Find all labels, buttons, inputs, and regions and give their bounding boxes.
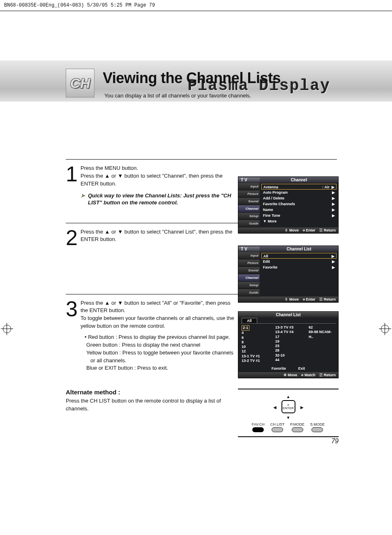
favch-button-icon (252, 427, 264, 432)
osd3-c1-3: 8 (242, 340, 268, 345)
page-sub: You can display a list of all channels o… (104, 93, 251, 99)
osd2-title: Channel List (260, 247, 338, 251)
step-num-3: 3 (66, 299, 77, 373)
step3-line2: To toggle between your favorite channels… (81, 315, 234, 330)
osd2-return: Return (319, 297, 336, 301)
osd1-r5-a: ▶ (332, 213, 335, 218)
osd3-c1-6: 13-1 TV #1 (242, 354, 268, 359)
up-arrow-icon: ▲ (286, 394, 291, 399)
smode-label: S.MODE (310, 422, 325, 426)
alternate-heading: Alternate method : (66, 389, 392, 396)
step3-b2: Green button : Press to display the next… (85, 341, 234, 349)
print-mark: BN68-00835E-00Eng_(064~083) 5/30/05 5:25… (0, 0, 392, 11)
osd3-c3-0: 62 (309, 325, 335, 330)
osd2-side-0: Input (238, 252, 260, 259)
osd3-c2-5: 28 (275, 348, 302, 353)
osd1-side-1: Picture (238, 190, 260, 198)
osd3-c2-1: 13-4 TV #4 (275, 330, 302, 334)
osd2-r1: Edit (263, 259, 270, 264)
osd3-exit-label: Exit (298, 366, 305, 371)
osd1-r4-a: ▶ (332, 207, 335, 213)
step3-b4: Blue or EXIT button : Press to exit. (85, 364, 234, 372)
favch-label: FAV.CH (252, 422, 265, 426)
osd1-r1-a: ▶ (332, 190, 335, 195)
dpad-icon: ▲ ▼ ◀ ▶ ⎆ ENTER (270, 394, 307, 420)
smode-button-icon (311, 427, 323, 432)
osd1-r1: Auto Program (263, 190, 288, 195)
osd3-return: Return (319, 373, 336, 377)
pmode-button-icon (292, 427, 303, 432)
pmode-label: P.MODE (290, 422, 304, 426)
osd-channel-list-menu: T V Channel List Input Picture Sound Cha… (238, 245, 339, 303)
osd1-r0-r: : Air (322, 185, 330, 189)
step-num-2: 2 (66, 228, 77, 278)
osd2-side-4: Setup (238, 282, 260, 289)
osd3-c1-1: 4 (242, 331, 268, 335)
osd1-r4: Name (263, 207, 273, 213)
osd2-r0: All (263, 253, 268, 258)
osd2-side-1: Picture (238, 259, 260, 267)
osd3-c2-0: 13-3 TV #3 (275, 325, 302, 330)
osd2-r2: Favorite (263, 264, 277, 270)
osd2-r0-a: ▶ (332, 253, 334, 258)
osd3-title: Channel List (238, 312, 338, 318)
chlist-button-icon (272, 427, 283, 432)
step3-b1: • Red button : Press to display the prev… (85, 334, 234, 341)
step2-line1: Press the ▲ or ▼ button to select "Chann… (81, 228, 234, 244)
right-arrow-icon: ▶ (300, 405, 304, 410)
ch-badge: CH (66, 69, 95, 97)
osd3-c1-2: 6 (242, 336, 268, 340)
osd2-side-3: Channel (238, 274, 260, 282)
osd2-r2-a: ▶ (332, 264, 335, 270)
osd3-c1-5: 12 (242, 349, 268, 354)
osd3-c2-7: 44 (275, 358, 302, 362)
osd-channel-menu: T V Channel Input Picture Sound Channel … (238, 176, 339, 234)
osd3-c1-0: 2-1 (242, 325, 249, 331)
osd1-side-4: Setup (238, 213, 260, 220)
osd1-r3-a: ▶ (332, 201, 335, 207)
osd3-move: Move (284, 373, 297, 377)
step-num-1: 1 (66, 164, 77, 206)
osd3-c2-3: 19 (275, 339, 302, 344)
osd3-c1-4: 10 (242, 345, 268, 349)
down-arrow-icon: ▼ (286, 415, 291, 420)
osd1-r2-a: ▶ (332, 195, 335, 201)
osd1-side-2: Sound (238, 198, 260, 205)
osd2-enter: Enter (303, 297, 316, 301)
osd1-move: Move (285, 228, 299, 232)
step1-tip: Quick way to view the Channel Lists: Jus… (81, 192, 234, 206)
cropmark-icon (379, 323, 391, 335)
enter-label: ENTER (282, 407, 295, 410)
page-title: Viewing the Channel Lists (103, 69, 281, 87)
osd1-r2: Add / Delete (263, 195, 284, 201)
left-arrow-icon: ◀ (273, 405, 277, 410)
osd3-fav-label: Favorite (272, 366, 286, 371)
osd1-r6: ▼ More (263, 218, 277, 224)
remote-diagram-1: ▲ ▼ ◀ ▶ ⎆ ENTER FAV.CH CH LIST P.MODE S.… (238, 389, 339, 437)
osd3-watch: Watch (301, 373, 315, 377)
osd1-r0-l: Antenna (263, 184, 278, 189)
osd2-tv-label: T V (238, 247, 260, 251)
osd3-c2-2: 17 (275, 335, 302, 339)
osd1-r3: Favorite Channels (263, 201, 295, 207)
osd2-side-5: Guide (238, 289, 260, 296)
osd3-c1-7: 13-2 TV #1 (242, 359, 268, 363)
step3-line1: Press the ▲ or ▼ button to select "All" … (81, 299, 234, 315)
enter-button-icon: ⎆ ENTER (281, 400, 295, 413)
osd3-c2-6: 32-10 (275, 353, 302, 358)
osd3-c2-4: 23 (275, 344, 302, 348)
step1-line2: Press the ▲ or ▼ button to select "Chann… (81, 172, 234, 188)
osd-channel-list-all: Channel List All 2-1 4 6 8 10 12 13-1 TV… (238, 311, 339, 378)
osd3-tab: All (242, 318, 257, 323)
alternate-body: Press the CH LIST button on the remote c… (66, 397, 230, 413)
step3-b3: Yellow button : Press to toggle between … (85, 349, 234, 365)
osd1-enter: Enter (303, 228, 316, 232)
osd1-return: Return (319, 228, 336, 232)
osd1-tv-label: T V (238, 178, 260, 182)
osd1-side-3: Channel (238, 205, 260, 213)
osd3-c3-1: 69-98 NCAM-H.. (309, 330, 335, 339)
osd1-side-0: Input (238, 183, 260, 190)
osd2-side-2: Sound (238, 267, 260, 274)
osd2-r1-a: ▶ (332, 259, 335, 264)
chlist-label: CH LIST (270, 422, 285, 426)
